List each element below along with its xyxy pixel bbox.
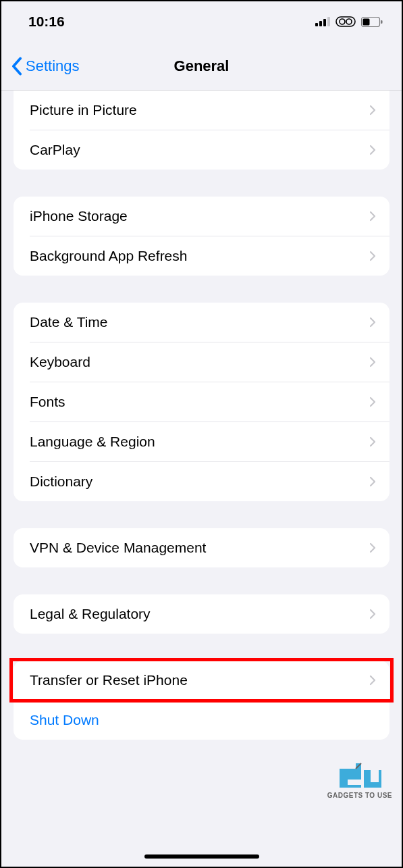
- chevron-right-icon: [369, 317, 376, 328]
- row-shut-down[interactable]: Shut Down: [14, 700, 389, 740]
- row-label: Picture in Picture: [30, 102, 137, 118]
- svg-point-5: [340, 19, 345, 24]
- watermark-logo: [335, 761, 384, 790]
- settings-group-3: Date & Time Keyboard Fonts Language & Re…: [14, 303, 389, 501]
- chevron-right-icon: [369, 476, 376, 487]
- settings-group-4: VPN & Device Management: [14, 528, 389, 567]
- chevron-right-icon: [369, 105, 376, 116]
- nav-bar: Settings General: [1, 42, 402, 91]
- row-background-app-refresh[interactable]: Background App Refresh: [14, 236, 389, 276]
- settings-group-6: Transfer or Reset iPhone Shut Down: [14, 661, 389, 740]
- row-label: CarPlay: [30, 142, 80, 158]
- settings-content[interactable]: Picture in Picture CarPlay iPhone Storag…: [1, 91, 402, 867]
- row-date-time[interactable]: Date & Time: [14, 303, 389, 342]
- row-legal-regulatory[interactable]: Legal & Regulatory: [14, 594, 389, 634]
- svg-rect-3: [327, 17, 330, 26]
- svg-rect-8: [363, 18, 370, 25]
- row-label: Language & Region: [30, 434, 155, 450]
- row-label: Transfer or Reset iPhone: [30, 672, 188, 688]
- back-label: Settings: [26, 57, 80, 75]
- row-picture-in-picture[interactable]: Picture in Picture: [14, 91, 389, 130]
- status-bar: 10:16: [1, 1, 402, 42]
- svg-rect-2: [323, 19, 326, 26]
- battery-icon: [361, 17, 383, 27]
- screen: 10:16 Settings: [1, 1, 402, 867]
- row-label: Date & Time: [30, 314, 108, 330]
- cellular-signal-icon: [315, 17, 330, 26]
- row-keyboard[interactable]: Keyboard: [14, 342, 389, 382]
- back-button[interactable]: Settings: [1, 57, 80, 76]
- svg-rect-1: [319, 21, 322, 26]
- status-indicators: [315, 16, 383, 27]
- svg-point-6: [346, 19, 352, 24]
- chevron-right-icon: [369, 675, 376, 686]
- watermark-text: GADGETS TO USE: [327, 792, 392, 799]
- row-label: Keyboard: [30, 354, 90, 370]
- settings-group-5: Legal & Regulatory: [14, 594, 389, 634]
- chevron-right-icon: [369, 145, 376, 155]
- vpn-icon: [335, 16, 356, 27]
- chevron-right-icon: [369, 542, 376, 553]
- home-indicator[interactable]: [144, 854, 259, 859]
- chevron-right-icon: [369, 397, 376, 407]
- settings-group-2: iPhone Storage Background App Refresh: [14, 197, 389, 276]
- row-carplay[interactable]: CarPlay: [14, 130, 389, 170]
- status-time: 10:16: [28, 14, 65, 30]
- row-label: Legal & Regulatory: [30, 606, 151, 622]
- row-language-region[interactable]: Language & Region: [14, 422, 389, 461]
- chevron-right-icon: [369, 609, 376, 619]
- watermark: GADGETS TO USE: [327, 761, 392, 799]
- row-label: Dictionary: [30, 474, 92, 490]
- svg-rect-0: [315, 23, 318, 26]
- row-vpn-device-management[interactable]: VPN & Device Management: [14, 528, 389, 567]
- chevron-right-icon: [369, 211, 376, 222]
- row-dictionary[interactable]: Dictionary: [14, 462, 389, 501]
- row-label: Fonts: [30, 394, 65, 410]
- chevron-right-icon: [369, 251, 376, 261]
- row-fonts[interactable]: Fonts: [14, 382, 389, 422]
- row-transfer-reset[interactable]: Transfer or Reset iPhone: [14, 661, 389, 700]
- row-label: Shut Down: [30, 712, 99, 728]
- svg-rect-9: [381, 20, 383, 24]
- row-iphone-storage[interactable]: iPhone Storage: [14, 197, 389, 236]
- row-label: VPN & Device Management: [30, 540, 206, 556]
- row-label: iPhone Storage: [30, 208, 128, 224]
- chevron-right-icon: [369, 357, 376, 367]
- settings-group-1: Picture in Picture CarPlay: [14, 91, 389, 170]
- chevron-right-icon: [369, 436, 376, 447]
- row-label: Background App Refresh: [30, 248, 187, 264]
- page-title: General: [174, 57, 230, 75]
- chevron-left-icon: [11, 57, 23, 76]
